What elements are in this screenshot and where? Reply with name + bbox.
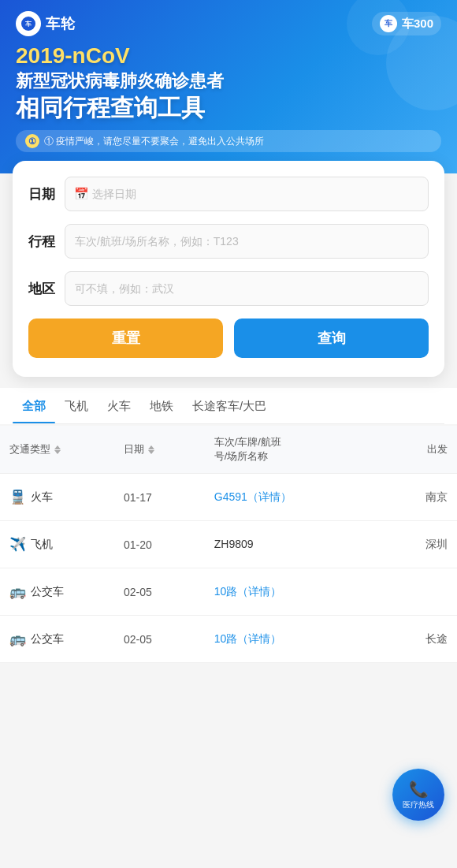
logo-circle-left: 车 (16, 11, 41, 36)
th-date-label: 日期 (124, 442, 144, 456)
type-label-4: 公交车 (31, 632, 64, 646)
th-route: 车次/车牌/航班号/场所名称 (205, 435, 367, 464)
phone-icon: 📞 (409, 780, 429, 799)
train-icon: 🚆 (9, 489, 26, 505)
region-label: 地区 (28, 280, 65, 298)
fab-medical[interactable]: 📞 医疗热线 (392, 769, 444, 821)
btn-row: 重置 查询 (28, 319, 429, 358)
reset-button[interactable]: 重置 (28, 319, 223, 358)
type-label-3: 公交车 (31, 585, 64, 599)
tab-train[interactable]: 火车 (98, 388, 140, 423)
td-route-4[interactable]: 10路（详情） (205, 631, 367, 647)
td-type-2: ✈️ 飞机 (0, 536, 114, 553)
notice-icon: ① (25, 134, 39, 148)
tab-bus[interactable]: 长途客车/大巴 (183, 388, 276, 423)
tab-airplane[interactable]: 飞机 (55, 388, 98, 423)
region-input[interactable] (65, 271, 429, 306)
trip-row: 行程 (28, 224, 429, 259)
tab-subway[interactable]: 地铁 (140, 388, 183, 423)
td-route-1[interactable]: G4591（详情） (205, 490, 367, 505)
date-label: 日期 (28, 185, 65, 203)
query-button[interactable]: 查询 (234, 319, 429, 358)
table-header: 交通类型 日期 车次/车牌/航班号/场所名称 出发 (0, 426, 457, 474)
sort-date-icon[interactable] (148, 445, 154, 454)
fab-label: 医疗热线 (403, 800, 434, 810)
table-row: 🚌 公交车 02-05 10路（详情） 长途 (0, 616, 457, 663)
td-type-4: 🚌 公交车 (0, 631, 114, 647)
trip-label: 行程 (28, 233, 65, 251)
td-depart-1: 南京 (366, 490, 457, 505)
th-route-label: 车次/车牌/航班号/场所名称 (214, 435, 281, 464)
th-type-label: 交通类型 (9, 442, 50, 456)
tabs-section: 全部 飞机 火车 地铁 长途客车/大巴 (0, 388, 457, 424)
tabs-row: 全部 飞机 火车 地铁 长途客车/大巴 (13, 388, 444, 424)
trip-input[interactable] (65, 224, 429, 259)
logo-left-text: 车轮 (46, 14, 76, 33)
td-route-3[interactable]: 10路（详情） (205, 584, 367, 600)
td-type-1: 🚆 火车 (0, 489, 114, 505)
table-row: 🚆 火车 01-17 G4591（详情） 南京 (0, 474, 457, 521)
banner: 车 车轮 车 车300 2019-nCoV 新型冠状病毒肺炎确诊患者 相同行程查… (0, 0, 457, 173)
banner-notice-text: ① 疫情严峻，请您尽量不要聚会，避免出入公共场所 (44, 135, 264, 148)
td-type-3: 🚌 公交车 (0, 583, 114, 600)
td-depart-2: 深圳 (366, 538, 457, 552)
td-date-3: 02-05 (114, 586, 205, 598)
table-section: 交通类型 日期 车次/车牌/航班号/场所名称 出发 🚆 火车 01-17 G45… (0, 426, 457, 663)
form-card: 日期 📅 行程 地区 重置 查询 (13, 161, 444, 377)
banner-subtitle: 相同行程查询工具 (16, 94, 441, 122)
type-label-2: 飞机 (31, 538, 53, 552)
date-input[interactable] (65, 177, 429, 211)
th-type: 交通类型 (0, 435, 114, 464)
date-row: 日期 📅 (28, 177, 429, 211)
th-depart-label: 出发 (427, 442, 448, 456)
region-row: 地区 (28, 271, 429, 306)
logo-left: 车 车轮 (16, 11, 76, 36)
date-input-wrapper: 📅 (65, 177, 429, 211)
banner-notice: ① ① 疫情严峻，请您尽量不要聚会，避免出入公共场所 (16, 130, 441, 152)
table-row: 🚌 公交车 02-05 10路（详情） (0, 568, 457, 616)
td-date-2: 01-20 (114, 538, 205, 551)
td-route-2: ZH9809 (205, 537, 367, 553)
table-row: ✈️ 飞机 01-20 ZH9809 深圳 (0, 521, 457, 568)
plane-icon: ✈️ (9, 536, 26, 553)
calendar-icon: 📅 (74, 187, 89, 201)
th-date: 日期 (114, 435, 205, 464)
th-depart: 出发 (366, 435, 457, 464)
td-depart-4: 长途 (366, 632, 457, 646)
bus-icon-1: 🚌 (9, 583, 26, 600)
td-date-4: 02-05 (114, 633, 205, 646)
type-label-1: 火车 (31, 490, 53, 505)
tab-all[interactable]: 全部 (13, 388, 55, 423)
banner-title: 新型冠状病毒肺炎确诊患者 (16, 70, 441, 93)
sort-type-icon[interactable] (54, 445, 61, 454)
bus-icon-2: 🚌 (9, 631, 26, 647)
td-date-1: 01-17 (114, 491, 205, 504)
